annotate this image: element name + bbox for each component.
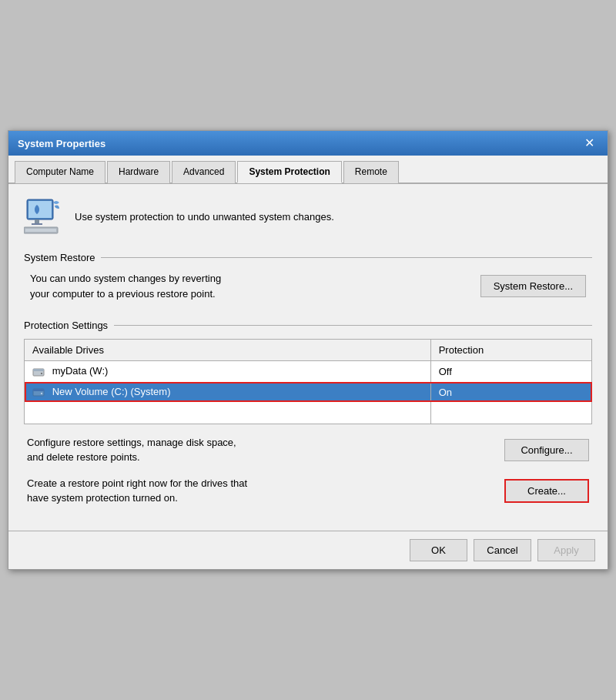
intro-text: Use system protection to undo unwanted s…	[75, 211, 334, 223]
drives-table: Available Drives Protection	[24, 339, 592, 424]
footer: OK Cancel Apply	[8, 531, 608, 569]
system-restore-label: System Restore	[24, 252, 592, 263]
table-header-row: Available Drives Protection	[25, 340, 592, 361]
configure-row: Configure restore settings, manage disk …	[27, 435, 589, 465]
svg-point-11	[41, 393, 42, 394]
drive-icon-system	[32, 386, 45, 399]
tab-content: Use system protection to undo unwanted s…	[8, 184, 608, 531]
system-restore-section: System Restore You can undo system chang…	[24, 252, 592, 301]
tab-remote[interactable]: Remote	[343, 161, 399, 183]
drive-name-selected: New Volume (C:) (System)	[25, 382, 431, 403]
create-row: Create a restore point right now for the…	[27, 476, 589, 506]
tabs-container: Computer Name Hardware Advanced System P…	[8, 156, 608, 184]
protection-settings-label: Protection Settings	[24, 320, 592, 331]
protection-settings-section: Protection Settings Available Drives Pro…	[24, 320, 592, 506]
drive-protection-status-selected: On	[430, 382, 591, 403]
system-protection-icon	[24, 196, 64, 236]
restore-content: You can undo system changes by reverting…	[24, 271, 592, 301]
tab-computer-name[interactable]: Computer Name	[15, 161, 105, 183]
svg-rect-10	[33, 389, 44, 391]
tab-advanced[interactable]: Advanced	[172, 161, 236, 183]
svg-rect-7	[33, 369, 44, 371]
tab-system-protection[interactable]: System Protection	[237, 161, 341, 183]
svg-rect-2	[35, 219, 39, 223]
configure-description: Configure restore settings, manage disk …	[27, 435, 236, 465]
drive-name: myData (W:)	[25, 361, 431, 382]
apply-button[interactable]: Apply	[537, 539, 595, 561]
protection-controls: Configure restore settings, manage disk …	[24, 435, 592, 506]
drive-protection-status: Off	[430, 361, 591, 382]
table-empty-row	[25, 402, 592, 424]
intro-section: Use system protection to undo unwanted s…	[24, 196, 592, 236]
restore-description: You can undo system changes by reverting…	[30, 271, 221, 301]
table-row-selected[interactable]: New Volume (C:) (System) On	[25, 382, 592, 403]
cancel-button[interactable]: Cancel	[474, 539, 531, 561]
svg-point-8	[41, 373, 42, 374]
title-bar: System Properties ✕	[8, 131, 608, 156]
system-restore-button[interactable]: System Restore...	[480, 275, 586, 297]
create-button[interactable]: Create...	[504, 479, 589, 503]
close-button[interactable]: ✕	[580, 134, 598, 152]
svg-rect-3	[32, 223, 42, 225]
table-row[interactable]: myData (W:) Off	[25, 361, 592, 382]
tab-hardware[interactable]: Hardware	[107, 161, 170, 183]
col-header-protection: Protection	[430, 340, 591, 361]
create-description: Create a restore point right now for the…	[27, 476, 247, 506]
col-header-drives: Available Drives	[25, 340, 431, 361]
svg-rect-5	[25, 229, 56, 232]
configure-button[interactable]: Configure...	[504, 439, 589, 461]
window-title: System Properties	[18, 138, 105, 149]
svg-rect-1	[28, 201, 52, 218]
drive-icon	[32, 365, 45, 378]
ok-button[interactable]: OK	[410, 539, 467, 561]
system-properties-window: System Properties ✕ Computer Name Hardwa…	[8, 130, 608, 570]
